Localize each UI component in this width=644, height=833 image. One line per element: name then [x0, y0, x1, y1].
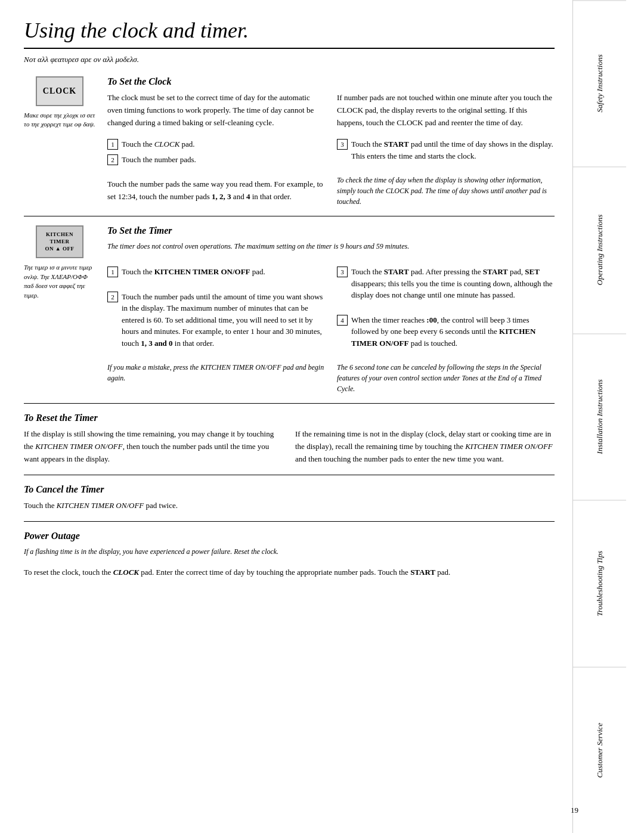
timer-note-right: The 6 second tone can be canceled by fol…	[337, 362, 555, 394]
reset-col-right: If the remaining time is not in the disp…	[295, 428, 555, 465]
timer-col-left: 1 Touch the KITCHEN TIMER ON/OFF pad. 2 …	[107, 266, 325, 394]
timer-col-right: 3 Touch the START pad. After pressing th…	[337, 266, 555, 394]
timer-step-2-text: Touch the number pads until the amount o…	[122, 291, 325, 349]
clock-step-1: 1 Touch the CLOCK pad.	[107, 138, 325, 150]
cancel-section-title: To Cancel the Timer	[24, 484, 555, 495]
power-italic-text: If a flashing time is in the display, yo…	[24, 546, 555, 557]
timer-content: To Set the Timer The timer does not cont…	[107, 225, 555, 394]
timer-box-label: KITCHENTIMERON ▲ OFF	[45, 231, 75, 252]
page-title: Using the clock and timer.	[24, 18, 555, 49]
page-wrapper: Using the clock and timer. Νοτ αλλ φεατυ…	[0, 0, 644, 833]
clock-step-3-text: Touch the START pad until the time of da…	[351, 138, 555, 162]
clock-step-1-num: 1	[107, 139, 118, 150]
clock-box: CLOCK	[36, 76, 83, 106]
clock-col-left: The clock must be set to the correct tim…	[107, 92, 325, 207]
reset-section: To Reset the Timer If the display is sti…	[24, 413, 555, 465]
sidebar-troubleshooting: Troubleshooting Tips	[573, 500, 626, 666]
clock-body-right: If number pads are not touched within on…	[337, 92, 555, 129]
clock-mid-text: Touch the number pads the same way you r…	[107, 178, 325, 203]
power-body-text: To reset the clock, touch the CLOCK pad.…	[24, 566, 555, 579]
timer-note-italic: The timer does not control oven operatio…	[107, 241, 555, 252]
timer-image-area: KITCHENTIMERON ▲ OFF Τηε τιμερ ισ α μινυ…	[24, 225, 95, 394]
power-section-title: Power Outage	[24, 531, 555, 541]
timer-box: KITCHENTIMERON ▲ OFF	[36, 225, 83, 258]
sidebar-customer: Customer Service	[573, 667, 626, 833]
clock-note-right: To check the time of day when the displa…	[337, 175, 555, 207]
timer-step-3-num: 3	[337, 267, 348, 277]
sidebar-operating: Operating Instructions	[573, 166, 626, 333]
clock-content: To Set the Clock The clock must be set t…	[107, 76, 555, 207]
clock-step-3-num: 3	[337, 139, 348, 150]
reset-col-left: If the display is still showing the time…	[24, 428, 283, 465]
clock-step-1-text: Touch the CLOCK pad.	[122, 138, 195, 150]
clock-box-label: CLOCK	[43, 86, 76, 96]
timer-step-4-num: 4	[337, 315, 348, 326]
timer-step-4-text: When the timer reaches :00, the control …	[351, 314, 555, 349]
divider-3	[24, 475, 555, 475]
sidebar-safety: Safety Instructions	[573, 0, 626, 166]
clock-col-right: If number pads are not touched within on…	[337, 92, 555, 207]
main-content: Using the clock and timer. Νοτ αλλ φεατυ…	[0, 0, 572, 833]
timer-step-3-text: Touch the START pad. After pressing the …	[351, 266, 555, 301]
clock-step-2-num: 2	[107, 154, 118, 165]
sidebar-installation: Installation Instructions	[573, 333, 626, 500]
timer-step-3: 3 Touch the START pad. After pressing th…	[337, 266, 555, 301]
divider-1	[24, 216, 555, 216]
timer-step-1-text: Touch the KITCHEN TIMER ON/OFF pad.	[122, 266, 265, 278]
reset-two-col: If the display is still showing the time…	[24, 428, 555, 465]
timer-two-col: 1 Touch the KITCHEN TIMER ON/OFF pad. 2 …	[107, 266, 555, 394]
cancel-section: To Cancel the Timer Touch the KITCHEN TI…	[24, 484, 555, 512]
clock-step-2-text: Touch the number pads.	[122, 154, 196, 166]
reset-section-title: To Reset the Timer	[24, 413, 555, 423]
timer-section-title: To Set the Timer	[107, 225, 555, 236]
clock-step-3: 3 Touch the START pad until the time of …	[337, 138, 555, 162]
clock-body-left: The clock must be set to the correct tim…	[107, 92, 325, 129]
timer-step-1: 1 Touch the KITCHEN TIMER ON/OFF pad.	[107, 266, 325, 278]
timer-step-4: 4 When the timer reaches :00, the contro…	[337, 314, 555, 349]
clock-section: CLOCK Μακε συρε τηε χλοχκ ισ σετ το τηε …	[24, 76, 555, 207]
timer-step-2-num: 2	[107, 292, 118, 302]
timer-note-left: If you make a mistake, press the KITCHEN…	[107, 362, 325, 383]
reset-left-text: If the display is still showing the time…	[24, 428, 283, 465]
cancel-text: Touch the KITCHEN TIMER ON/OFF pad twice…	[24, 500, 555, 512]
divider-4	[24, 521, 555, 522]
clock-section-title: To Set the Clock	[107, 76, 555, 87]
timer-step-1-num: 1	[107, 267, 118, 277]
timer-step-2: 2 Touch the number pads until the amount…	[107, 291, 325, 349]
clock-step-2: 2 Touch the number pads.	[107, 154, 325, 166]
power-section: Power Outage If a flashing time is in th…	[24, 531, 555, 579]
reset-right-text: If the remaining time is not in the disp…	[295, 428, 555, 465]
clock-caption: Μακε συρε τηε χλοχκ ισ σετ το τηε χορρεχ…	[24, 111, 95, 129]
right-sidebar: Safety Instructions Operating Instructio…	[572, 0, 626, 833]
subtitle: Νοτ αλλ φεατυρεσ αρε ον αλλ μοδελσ.	[24, 55, 555, 64]
clock-image-area: CLOCK Μακε συρε τηε χλοχκ ισ σετ το τηε …	[24, 76, 95, 207]
timer-caption: Τηε τιμερ ισ α μινυτε τιμερ ονλψ. Τηε ΧΛ…	[24, 263, 95, 300]
divider-2	[24, 403, 555, 404]
clock-two-col: The clock must be set to the correct tim…	[107, 92, 555, 207]
timer-section: KITCHENTIMERON ▲ OFF Τηε τιμερ ισ α μινυ…	[24, 225, 555, 394]
